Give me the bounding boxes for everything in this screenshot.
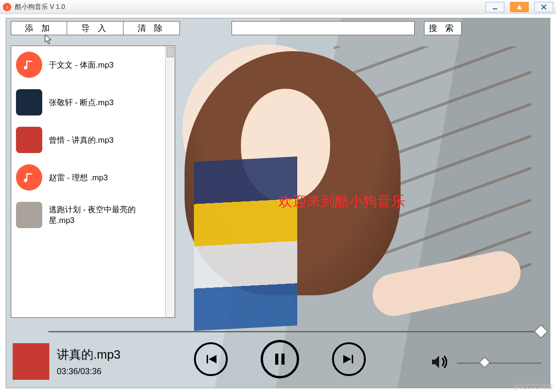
- track-label: 赵雷 - 理想 .mp3: [49, 172, 108, 183]
- search-button[interactable]: 搜 索: [424, 21, 462, 35]
- import-button[interactable]: 导 入: [67, 21, 124, 35]
- add-button[interactable]: 添 加: [11, 21, 67, 35]
- progress-bar[interactable]: [48, 326, 543, 337]
- list-item[interactable]: 曾惜 - 讲真的.mp3: [11, 121, 165, 159]
- track-label: 于文文 - 体面.mp3: [49, 60, 114, 70]
- track-label: 张敬轩 - 断点.mp3: [49, 97, 114, 108]
- clear-button[interactable]: 清 除: [124, 21, 180, 35]
- previous-button[interactable]: [194, 342, 228, 376]
- volume-control: [429, 353, 541, 373]
- volume-handle[interactable]: [479, 356, 490, 368]
- list-item[interactable]: 逃跑计划 - 夜空中最亮的星.mp3: [11, 196, 165, 234]
- album-thumb: [16, 202, 42, 228]
- speaker-icon[interactable]: [429, 353, 449, 373]
- playlist-scrollbar[interactable]: [165, 46, 175, 317]
- list-toolbar: 添 加 导 入 清 除: [11, 21, 180, 35]
- now-playing-thumb: [13, 343, 49, 380]
- watermark: @51CTO博客: [512, 383, 553, 391]
- music-icon: [16, 52, 42, 78]
- pause-button[interactable]: [261, 340, 299, 378]
- app-icon: ♪: [3, 3, 11, 11]
- music-icon: [16, 164, 42, 191]
- content-frame: 欢迎来到酷小狗音乐 添 加 导 入 清 除 搜 索 于文文 - 体面.mp3 张…: [6, 18, 550, 388]
- titlebar: ♪ 酷小狗音乐 V 1.0: [0, 0, 556, 14]
- search-input[interactable]: [232, 21, 415, 35]
- close-button[interactable]: [534, 2, 553, 12]
- list-item[interactable]: 张敬轩 - 断点.mp3: [11, 84, 165, 121]
- album-thumb: [16, 89, 42, 115]
- notification-badge[interactable]: [510, 2, 529, 12]
- list-item[interactable]: 赵雷 - 理想 .mp3: [11, 159, 165, 196]
- track-label: 逃跑计划 - 夜空中最亮的星.mp3: [49, 204, 161, 226]
- now-playing-time: 03:36/03:36: [57, 367, 121, 377]
- playlist: 于文文 - 体面.mp3 张敬轩 - 断点.mp3 曾惜 - 讲真的.mp3 赵…: [11, 46, 175, 318]
- now-playing: 讲真的.mp3 03:36/03:36: [13, 343, 121, 380]
- welcome-text: 欢迎来到酷小狗音乐: [278, 192, 405, 211]
- window-title: 酷小狗音乐 V 1.0: [15, 3, 65, 11]
- transport-controls: [194, 342, 366, 378]
- album-thumb: [16, 127, 42, 153]
- search-area: 搜 索: [232, 21, 462, 35]
- scrollbar-thumb[interactable]: [167, 47, 174, 57]
- next-button[interactable]: [332, 342, 366, 376]
- track-label: 曾惜 - 讲真的.mp3: [49, 135, 114, 146]
- volume-slider[interactable]: [457, 362, 541, 364]
- window-body: 欢迎来到酷小狗音乐 添 加 导 入 清 除 搜 索 于文文 - 体面.mp3 张…: [0, 14, 556, 392]
- now-playing-title: 讲真的.mp3: [57, 346, 121, 363]
- minimize-button[interactable]: [486, 2, 504, 12]
- list-item[interactable]: 于文文 - 体面.mp3: [11, 46, 165, 84]
